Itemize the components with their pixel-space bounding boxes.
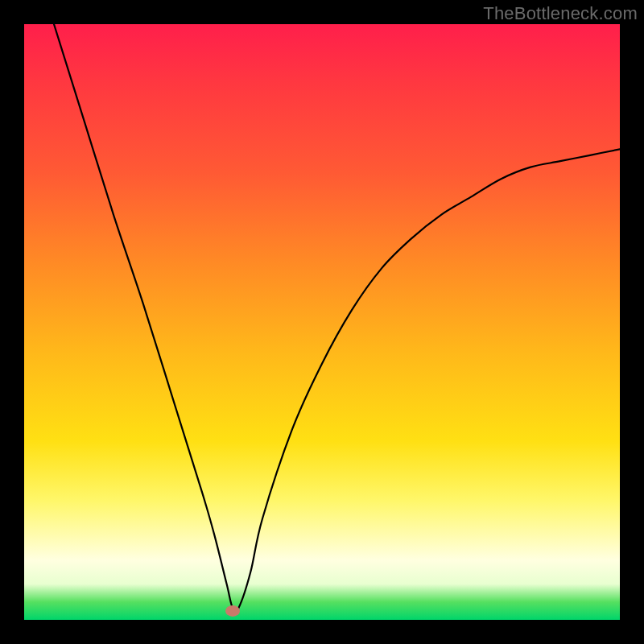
chart-frame: TheBottleneck.com (0, 0, 644, 644)
minimum-marker (225, 605, 240, 617)
bottleneck-curve (54, 24, 620, 612)
plot-area (24, 24, 620, 620)
bottleneck-curve-svg (24, 24, 620, 620)
watermark-text: TheBottleneck.com (483, 3, 638, 24)
